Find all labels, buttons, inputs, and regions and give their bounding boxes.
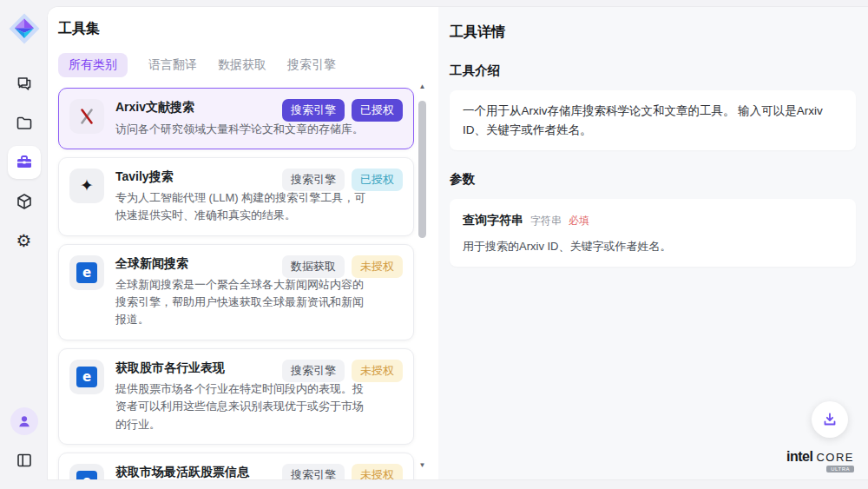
auth-status-badge: 已授权 [352,169,403,191]
tool-detail-panel: 工具详情 工具介绍 一个用于从Arxiv存储库搜索科学论文和文章的工具。 输入可… [438,7,868,479]
intro-section-label: 工具介绍 [450,63,856,79]
tool-badges: 搜索引擎 未授权 [282,464,403,479]
auth-status-badge: 已授权 [352,99,403,122]
category-badge: 搜索引擎 [282,360,345,382]
user-avatar-icon [16,413,32,429]
tab-3[interactable]: 搜索引擎 [287,53,336,77]
parameter-name: 查询字符串 [463,210,523,229]
split-view-icon [16,452,33,469]
tool-description: 访问各个研究领域大量科学论文和文章的存储库。 [115,121,366,138]
tool-description: 提供股票市场各个行业在特定时间段内的表现。投资者可以利用这些信息来识别表现优于或… [115,380,366,433]
scrollbar-thumb[interactable] [418,101,426,238]
arxiv-x-icon [69,99,104,134]
tool-badges: 搜索引擎 未授权 [282,360,403,382]
category-badge: 数据获取 [282,255,345,278]
parameter-card: 查询字符串 字符串 必填 用于搜索的Arxiv ID、关键字或作者姓名。 [450,199,856,267]
tool-list-panel: 工具集 所有类别语言翻译数据获取搜索引擎 Arxiv文献搜索 访问各个研究领域大… [48,7,438,479]
tool-intro-text: 一个用于从Arxiv存储库搜索科学论文和文章的工具。 输入可以是Arxiv ID… [463,104,823,136]
sidebar-item-chat[interactable] [8,68,41,101]
sidebar-item-toggle-panel[interactable] [8,444,41,477]
tool-intro-card: 一个用于从Arxiv存储库搜索科学论文和文章的工具。 输入可以是Arxiv ID… [450,90,856,150]
auth-status-badge: 未授权 [352,360,403,382]
toolbox-icon [15,153,34,172]
tool-card-4[interactable]: e 获取市场最活跃股票信息 提供当天交易量最高的股票列表，投资者可以利用这些信息… [58,453,414,479]
download-button[interactable] [812,401,848,438]
blue-e-icon: e [69,360,104,394]
auth-status-badge: 未授权 [352,255,403,278]
user-avatar[interactable] [10,407,38,435]
brand-core-text: CORE [816,451,854,464]
category-badge: 搜索引擎 [282,99,345,122]
category-badge: 搜索引擎 [282,169,345,191]
cube-icon [15,192,34,211]
parameter-description: 用于搜索的Arxiv ID、关键字或作者姓名。 [463,238,843,256]
intel-core-logo: intel CORE ULTRA [786,449,854,472]
detail-title: 工具详情 [450,23,856,42]
icon-rail: ⚙ [0,0,48,489]
scroll-up-icon[interactable]: ▲ [419,83,426,92]
parameter-type: 字符串 [530,213,562,229]
blue-e-icon: e [69,464,104,479]
sidebar-item-files[interactable] [8,107,41,140]
sidebar-item-settings[interactable]: ⚙ [8,224,41,257]
tool-description: 专为人工智能代理 (LLM) 构建的搜索引擎工具，可快速提供实时、准确和真实的结… [115,189,366,224]
auth-status-badge: 未授权 [352,464,403,479]
download-icon [821,411,838,428]
gear-icon: ⚙ [16,232,32,249]
sparkle-icon: ✦ [69,169,104,203]
tool-card-list: Arxiv文献搜索 访问各个研究领域大量科学论文和文章的存储库。 搜索引擎 已授… [58,88,414,479]
tab-0[interactable]: 所有类别 [58,53,128,77]
tool-badges: 搜索引擎 已授权 [282,99,403,122]
scrollbar-track[interactable] [418,92,426,462]
sidebar-item-tools[interactable] [8,146,41,179]
category-tabs: 所有类别语言翻译数据获取搜索引擎 [58,53,438,77]
category-badge: 搜索引擎 [282,464,345,479]
tool-card-2[interactable]: e 全球新闻搜索 全球新闻搜索是一个聚合全球各大新闻网站内容的搜索引擎，帮助用户… [58,244,414,340]
brand-ultra-badge: ULTRA [826,466,854,472]
brand-intel-text: intel [786,449,812,465]
tab-2[interactable]: 数据获取 [218,53,266,77]
tool-card-0[interactable]: Arxiv文献搜索 访问各个研究领域大量科学论文和文章的存储库。 搜索引擎 已授… [58,88,414,149]
chat-icon [15,75,34,94]
blue-e-icon: e [69,255,104,290]
app-logo-diamond-icon [8,12,41,45]
tool-card-3[interactable]: e 获取股市各行业表现 提供股票市场各个行业在特定时间段内的表现。投资者可以利用… [58,348,414,445]
main-window: 工具集 所有类别语言翻译数据获取搜索引擎 Arxiv文献搜索 访问各个研究领域大… [48,7,868,479]
tool-card-1[interactable]: ✦ Tavily搜索 专为人工智能代理 (LLM) 构建的搜索引擎工具，可快速提… [58,157,414,236]
params-section-label: 参数 [450,171,856,188]
page-title: 工具集 [58,20,438,38]
app-root: ⚙ 工具集 所有类别语言翻译数据获取搜索引擎 [0,0,868,489]
folder-icon [15,114,34,133]
scroll-down-icon[interactable]: ▼ [419,462,426,471]
parameter-required-badge: 必填 [569,213,589,229]
tool-badges: 数据获取 未授权 [282,255,403,278]
sidebar-item-models[interactable] [8,185,41,218]
tool-description: 全球新闻搜索是一个聚合全球各大新闻网站内容的搜索引擎，帮助用户快速获取全球最新资… [115,276,366,328]
list-scrollbar[interactable]: ▲ ▼ [418,83,426,471]
tool-badges: 搜索引擎 已授权 [282,169,403,191]
tab-1[interactable]: 语言翻译 [148,53,197,77]
